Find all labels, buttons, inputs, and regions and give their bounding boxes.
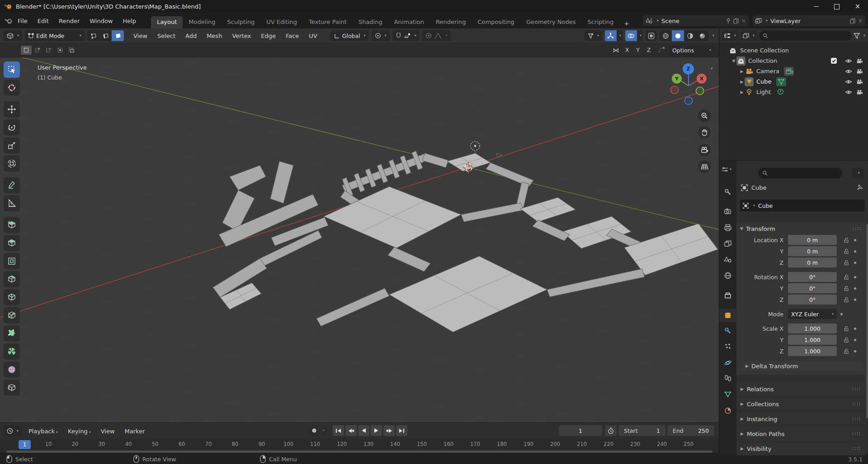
workspace-tab-sculpting[interactable]: Sculpting bbox=[221, 16, 260, 28]
vertex-select-button[interactable] bbox=[87, 30, 99, 41]
outliner-search-input[interactable] bbox=[759, 31, 851, 41]
menu-edit[interactable]: Edit bbox=[33, 18, 54, 24]
value-field[interactable]: 0° bbox=[788, 295, 837, 305]
mode-dropdown[interactable]: Edit Mode ▾ bbox=[25, 30, 85, 41]
section-visibility[interactable]: ▶Visibility bbox=[736, 442, 866, 455]
timeline-menu-playback[interactable]: Playback▾ bbox=[24, 428, 63, 435]
animate-dot[interactable] bbox=[854, 350, 856, 352]
value-field[interactable]: 0 m bbox=[788, 235, 837, 245]
gizmo-x-axis[interactable]: X bbox=[697, 74, 707, 84]
play-reverse-button[interactable] bbox=[358, 425, 369, 436]
lock-icon[interactable] bbox=[842, 260, 850, 266]
viewport-menu-view[interactable]: View bbox=[128, 33, 152, 39]
lock-icon[interactable] bbox=[842, 348, 850, 354]
properties-tab-data[interactable] bbox=[719, 388, 736, 401]
menu-render[interactable]: Render bbox=[54, 18, 85, 24]
value-field[interactable]: 1.000 bbox=[788, 335, 837, 345]
light-data-icon[interactable] bbox=[775, 88, 785, 97]
gizmo-z-axis[interactable]: Z bbox=[683, 63, 694, 75]
properties-tab-view-layer[interactable] bbox=[719, 237, 736, 251]
select-intersect-button[interactable] bbox=[66, 46, 77, 55]
tool-cursor-3d-button[interactable] bbox=[4, 80, 20, 96]
select-extend-button[interactable] bbox=[32, 46, 43, 55]
hide-in-viewport-toggle[interactable] bbox=[845, 77, 852, 86]
tool-scale-button[interactable] bbox=[4, 137, 20, 154]
copy-icon[interactable] bbox=[733, 18, 739, 24]
value-field[interactable]: 0° bbox=[788, 272, 837, 282]
close-button[interactable]: × bbox=[847, 0, 868, 13]
rendered-shading-button[interactable] bbox=[696, 30, 708, 41]
gizmo-dropdown[interactable]: ▾ bbox=[617, 30, 623, 41]
options-dropdown[interactable]: Options ▾ bbox=[669, 45, 714, 56]
outliner-item-light[interactable]: ▶Light bbox=[719, 87, 868, 97]
panel-grip[interactable] bbox=[852, 402, 862, 406]
magnet-icon[interactable] bbox=[396, 33, 401, 39]
tool-poly-build-button[interactable] bbox=[4, 325, 20, 342]
solid-shading-button[interactable] bbox=[672, 30, 684, 41]
proportional-edit-controls[interactable]: ▾ bbox=[422, 30, 451, 41]
hide-in-viewport-toggle[interactable] bbox=[845, 56, 852, 66]
disclosure-right-icon[interactable]: ▶ bbox=[739, 90, 745, 94]
pin-id-icon[interactable] bbox=[857, 184, 863, 191]
hide-in-viewport-toggle[interactable] bbox=[845, 66, 852, 76]
outliner-display-mode-dropdown[interactable]: ▾ bbox=[722, 31, 738, 41]
animate-dot[interactable] bbox=[854, 276, 856, 278]
viewport-menu-edge[interactable]: Edge bbox=[256, 33, 281, 39]
filter-icon[interactable] bbox=[854, 33, 860, 39]
viewport-menu-uv[interactable]: UV bbox=[304, 33, 322, 39]
animate-dot[interactable] bbox=[854, 250, 856, 253]
properties-tab-collection[interactable] bbox=[719, 289, 736, 302]
disclosure-right-icon[interactable]: ▶ bbox=[739, 80, 745, 84]
lock-icon[interactable] bbox=[842, 326, 850, 332]
delta-transform-subpanel[interactable]: ▶ Delta Transform bbox=[743, 361, 864, 371]
viewport-menu-add[interactable]: Add bbox=[180, 33, 202, 39]
toggle-orthographic-button[interactable] bbox=[698, 160, 711, 173]
viewport-menu-vertex[interactable]: Vertex bbox=[227, 33, 256, 39]
tool-loop-cut-button[interactable] bbox=[4, 289, 20, 305]
scene-selector[interactable]: ▾ Scene × bbox=[643, 15, 749, 26]
tool-annotate-button[interactable] bbox=[4, 177, 20, 193]
outliner-item-scene-collection[interactable]: Scene Collection bbox=[719, 45, 868, 56]
animate-dot[interactable] bbox=[854, 262, 856, 264]
animate-dot[interactable] bbox=[854, 328, 856, 330]
snap-base-icon[interactable] bbox=[658, 47, 665, 54]
outliner-item-camera[interactable]: ▶Camera bbox=[719, 66, 868, 76]
current-frame-field[interactable]: 1 bbox=[559, 425, 602, 436]
animate-dot[interactable] bbox=[854, 339, 856, 341]
lock-icon[interactable] bbox=[842, 274, 850, 280]
overlays-dropdown[interactable]: ▾ bbox=[637, 30, 643, 41]
object-name-field[interactable]: ▾ Cube bbox=[740, 200, 865, 211]
transform-panel-header[interactable]: ▼ Transform bbox=[736, 222, 866, 235]
viewport-menu-select[interactable]: Select bbox=[152, 33, 180, 39]
workspace-tab-compositing[interactable]: Compositing bbox=[472, 16, 520, 28]
animate-dot[interactable] bbox=[854, 299, 856, 301]
workspace-tab-scripting[interactable]: Scripting bbox=[582, 16, 620, 28]
tool-bevel-button[interactable] bbox=[4, 271, 20, 287]
mirror-toggle-z[interactable]: Z bbox=[644, 45, 654, 55]
tool-smooth-button[interactable] bbox=[4, 361, 20, 378]
value-field[interactable]: 1.000 bbox=[788, 346, 837, 356]
exclude-checkbox[interactable] bbox=[830, 56, 837, 66]
panel-grip[interactable] bbox=[852, 417, 862, 421]
copy-icon[interactable] bbox=[850, 18, 855, 24]
properties-tab-physics[interactable] bbox=[719, 356, 736, 370]
timeline-scrollbar[interactable] bbox=[6, 450, 712, 453]
workspace-tab-shading[interactable]: Shading bbox=[353, 16, 388, 28]
lock-icon[interactable] bbox=[842, 337, 850, 343]
select-subtract-button[interactable] bbox=[43, 46, 54, 55]
blender-menu-icon[interactable] bbox=[5, 18, 13, 24]
select-invert-button[interactable] bbox=[55, 46, 66, 55]
face-select-button[interactable] bbox=[112, 30, 124, 41]
workspace-tab-rendering[interactable]: Rendering bbox=[430, 16, 472, 28]
timeline-ruler[interactable]: 1 10203040506070809010011012013014015016… bbox=[0, 439, 719, 450]
tool-inset-faces-button[interactable] bbox=[4, 253, 20, 269]
properties-scrollbar[interactable] bbox=[866, 224, 868, 418]
jump-to-end-button[interactable] bbox=[396, 425, 407, 436]
playhead[interactable]: 1 bbox=[19, 440, 31, 449]
tool-extrude-region-button[interactable] bbox=[4, 235, 20, 251]
section-motion-paths[interactable]: ▶Motion Paths bbox=[736, 427, 866, 441]
sidebar-collapse-arrow[interactable]: ‹ bbox=[711, 65, 713, 71]
transform-orientation-dropdown[interactable]: Global ▾ bbox=[330, 30, 369, 41]
disable-in-renders-toggle[interactable] bbox=[856, 87, 863, 97]
object-type-visibility-dropdown[interactable]: ▾ bbox=[585, 30, 602, 41]
